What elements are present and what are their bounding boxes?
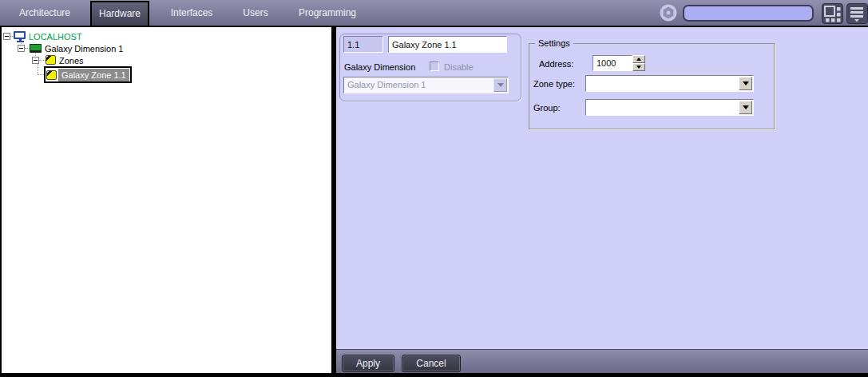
parent-dropdown: Galaxy Dimension 1	[343, 77, 509, 93]
board-icon	[30, 44, 42, 53]
tree-item-localhost[interactable]: LOCALHOST	[29, 32, 82, 42]
zone-type-dropdown[interactable]	[585, 75, 754, 92]
parent-dropdown-value: Galaxy Dimension 1	[347, 80, 426, 89]
spinner-down-button[interactable]	[632, 63, 645, 71]
zone-icon	[46, 55, 56, 65]
group-dropdown[interactable]	[585, 99, 754, 116]
address-spinner	[632, 55, 645, 71]
id-field[interactable]	[343, 36, 383, 53]
spinner-up-button[interactable]	[632, 55, 645, 63]
gear-icon[interactable]	[660, 4, 677, 22]
menu-button[interactable]	[846, 3, 868, 24]
window-bottom-border	[0, 373, 868, 377]
menu-icon	[847, 4, 867, 23]
chevron-down-icon	[493, 78, 507, 92]
settings-legend: Settings	[535, 38, 573, 48]
apply-button[interactable]: Apply	[342, 355, 394, 372]
tree-item-zones[interactable]: Zones	[59, 56, 84, 65]
layout-button[interactable]	[822, 3, 843, 24]
cancel-button[interactable]: Cancel	[402, 355, 461, 372]
computer-icon	[14, 31, 26, 42]
chevron-down-icon[interactable]	[739, 77, 752, 90]
tab-architecture[interactable]: Architecture	[14, 0, 75, 26]
tab-programming[interactable]: Programming	[294, 0, 361, 26]
group-label: Group:	[533, 103, 561, 113]
search-input[interactable]	[683, 5, 814, 22]
disable-label: Disable	[444, 62, 474, 72]
expand-toggle-galaxy-dimension[interactable]	[18, 45, 25, 52]
tree-item-label: Galaxy Zone 1.1	[58, 69, 129, 81]
tree-item-galaxy-dimension[interactable]: Galaxy Dimension 1	[45, 44, 123, 54]
tree-connector	[39, 60, 46, 61]
zone-icon	[46, 70, 57, 80]
tree-connector	[38, 64, 38, 74]
top-menu-bar: Architecture Hardware Interfaces Users P…	[0, 0, 868, 26]
application-window: Architecture Hardware Interfaces Users P…	[0, 0, 868, 377]
tab-interfaces[interactable]: Interfaces	[164, 0, 219, 26]
tab-users[interactable]: Users	[233, 0, 278, 26]
tree-connector	[38, 74, 44, 75]
disable-checkbox	[430, 62, 439, 71]
parent-label: Galaxy Dimension	[344, 62, 415, 72]
tree-item-galaxy-zone-selected[interactable]: Galaxy Zone 1.1	[44, 66, 132, 83]
name-field[interactable]	[388, 36, 507, 53]
address-input[interactable]	[593, 55, 632, 71]
address-label: Address:	[539, 59, 573, 69]
tab-hardware[interactable]: Hardware	[90, 1, 149, 27]
expand-toggle-zones[interactable]	[32, 57, 39, 64]
layout-grid-icon	[822, 4, 842, 23]
chevron-down-icon[interactable]	[739, 101, 752, 114]
expand-toggle-localhost[interactable]	[3, 33, 10, 40]
zone-type-label: Zone type:	[533, 79, 575, 89]
